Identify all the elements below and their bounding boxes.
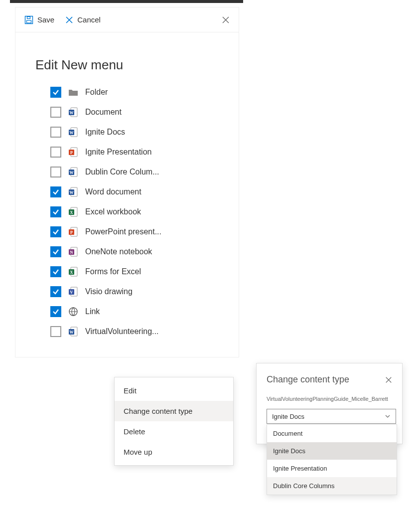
toolbar: Save Cancel bbox=[15, 7, 239, 32]
list-item[interactable]: W Document bbox=[50, 107, 219, 118]
list-item[interactable]: P PowerPoint present... bbox=[50, 226, 219, 237]
save-label: Save bbox=[37, 15, 54, 24]
checkbox[interactable] bbox=[50, 226, 61, 237]
list-item[interactable]: V Visio drawing bbox=[50, 286, 219, 297]
word-icon: W bbox=[68, 326, 78, 337]
list-item[interactable]: Link bbox=[50, 306, 219, 317]
svg-text:V: V bbox=[70, 290, 73, 295]
word-icon: W bbox=[68, 167, 78, 177]
list-item-label: Ignite Presentation bbox=[85, 148, 151, 157]
word-icon: W bbox=[68, 186, 78, 197]
checkbox[interactable] bbox=[50, 306, 61, 317]
content-type-select[interactable]: Ignite Docs DocumentIgnite DocsIgnite Pr… bbox=[267, 409, 396, 424]
content-type-list: Folder W Document W Ignite Docs P Ignite… bbox=[35, 87, 219, 337]
dropdown-option[interactable]: Ignite Docs bbox=[267, 442, 397, 460]
word-icon: W bbox=[68, 107, 78, 118]
svg-rect-0 bbox=[25, 16, 33, 23]
ctx-edit[interactable]: Edit bbox=[115, 380, 233, 401]
list-item[interactable]: X Excel workbook bbox=[50, 206, 219, 217]
svg-text:W: W bbox=[70, 330, 74, 335]
edit-new-menu-panel: Save Cancel Edit New menu Folder W Docum… bbox=[15, 7, 239, 357]
panel-content: Edit New menu Folder W Document W Ignite… bbox=[15, 32, 239, 357]
checkbox[interactable] bbox=[50, 266, 61, 277]
svg-text:X: X bbox=[70, 210, 73, 215]
checkbox[interactable] bbox=[50, 186, 61, 197]
save-button[interactable]: Save bbox=[24, 15, 54, 24]
list-item[interactable]: W Word document bbox=[50, 186, 219, 197]
svg-text:N: N bbox=[70, 250, 73, 255]
chevron-down-icon bbox=[385, 413, 391, 419]
list-item-label: Visio drawing bbox=[85, 287, 133, 296]
list-item-label: Link bbox=[85, 307, 100, 316]
list-item-label: Dublin Core Colum... bbox=[85, 168, 159, 176]
onenote-icon: N bbox=[68, 246, 78, 257]
ctx-change-content-type[interactable]: Change content type bbox=[115, 401, 233, 421]
svg-text:W: W bbox=[70, 131, 74, 135]
list-item[interactable]: X Forms for Excel bbox=[50, 266, 219, 277]
list-item-label: Document bbox=[85, 108, 122, 117]
select-value: Ignite Docs bbox=[272, 413, 304, 420]
dropdown-option[interactable]: Dublin Core Columns bbox=[267, 477, 397, 495]
ctx-move-up[interactable]: Move up bbox=[115, 442, 233, 462]
list-item-label: VirtualVolunteering... bbox=[85, 327, 158, 336]
ppt-icon: P bbox=[68, 147, 78, 158]
ppt-icon: P bbox=[68, 226, 78, 237]
context-menu: Edit Change content type Delete Move up bbox=[114, 377, 234, 466]
excel-icon: X bbox=[68, 206, 78, 217]
list-item-label: OneNote notebook bbox=[85, 247, 152, 256]
page-title: Edit New menu bbox=[35, 57, 219, 73]
list-item-label: PowerPoint present... bbox=[85, 227, 161, 236]
list-item-label: Folder bbox=[85, 88, 108, 97]
svg-text:W: W bbox=[70, 171, 74, 175]
svg-text:W: W bbox=[70, 190, 74, 195]
svg-text:P: P bbox=[70, 151, 73, 155]
dropdown-option[interactable]: Document bbox=[267, 425, 397, 442]
checkbox[interactable] bbox=[50, 107, 61, 118]
checkbox[interactable] bbox=[50, 167, 61, 177]
ctx-delete[interactable]: Delete bbox=[115, 421, 233, 442]
checkbox[interactable] bbox=[50, 87, 61, 98]
list-item[interactable]: W Dublin Core Colum... bbox=[50, 167, 219, 177]
window-top-border bbox=[10, 0, 243, 3]
svg-text:X: X bbox=[70, 270, 73, 275]
list-item-label: Excel workbook bbox=[85, 207, 141, 216]
save-icon bbox=[24, 15, 33, 24]
change-content-type-flyout: Change content type VirtualVolunteeringP… bbox=[256, 363, 403, 444]
list-item[interactable]: P Ignite Presentation bbox=[50, 147, 219, 158]
dropdown-option[interactable]: Ignite Presentation bbox=[267, 460, 397, 477]
svg-text:P: P bbox=[70, 230, 73, 235]
word-icon: W bbox=[68, 127, 78, 138]
checkbox[interactable] bbox=[50, 127, 61, 138]
list-item-label: Ignite Docs bbox=[85, 128, 125, 137]
close-icon[interactable] bbox=[222, 16, 230, 24]
svg-rect-1 bbox=[27, 20, 31, 23]
list-item[interactable]: N OneNote notebook bbox=[50, 246, 219, 257]
checkbox[interactable] bbox=[50, 326, 61, 337]
flyout-close-icon[interactable] bbox=[385, 376, 392, 383]
cancel-button[interactable]: Cancel bbox=[65, 15, 101, 24]
list-item-label: Word document bbox=[85, 187, 141, 196]
list-item[interactable]: W VirtualVolunteering... bbox=[50, 326, 219, 337]
content-type-dropdown: DocumentIgnite DocsIgnite PresentationDu… bbox=[267, 424, 397, 495]
cancel-icon bbox=[65, 16, 73, 24]
excel-icon: X bbox=[68, 266, 78, 277]
svg-text:W: W bbox=[70, 111, 74, 115]
flyout-title: Change content type bbox=[267, 374, 349, 385]
list-item[interactable]: W Ignite Docs bbox=[50, 127, 219, 138]
cancel-label: Cancel bbox=[77, 15, 101, 24]
visio-icon: V bbox=[68, 286, 78, 297]
checkbox[interactable] bbox=[50, 206, 61, 217]
link-icon bbox=[68, 306, 78, 317]
list-item-label: Forms for Excel bbox=[85, 267, 141, 276]
checkbox[interactable] bbox=[50, 147, 61, 158]
list-item[interactable]: Folder bbox=[50, 87, 219, 98]
folder-icon bbox=[68, 87, 78, 98]
checkbox[interactable] bbox=[50, 246, 61, 257]
svg-rect-2 bbox=[27, 16, 30, 18]
checkbox[interactable] bbox=[50, 286, 61, 297]
flyout-file-name: VirtualVolunteeringPlanningGuide_Micelle… bbox=[267, 396, 392, 402]
